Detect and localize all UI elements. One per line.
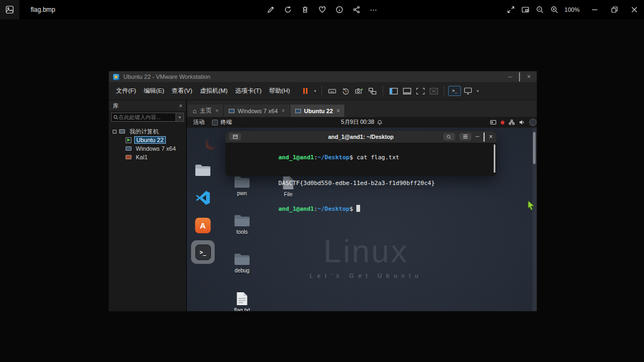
tab-windows-7[interactable]: Windows 7 x64 × [224, 105, 290, 117]
panel-bottom-icon [402, 87, 412, 95]
tree-expander-icon[interactable] [113, 130, 116, 134]
photos-app-icon[interactable] [0, 0, 19, 19]
edit-image-button[interactable] [264, 3, 277, 17]
restore-button[interactable] [604, 0, 624, 19]
vmware-window-title: Ubuntu 22 - VMware Workstation [123, 73, 210, 80]
console-scrollbar[interactable] [532, 128, 537, 311]
pencil-icon [266, 5, 275, 14]
close-button[interactable] [624, 0, 644, 19]
menu-help[interactable]: 帮助(H) [265, 85, 294, 97]
unity-mode-toggle[interactable] [427, 85, 440, 98]
fullscreen-mode-toggle[interactable] [414, 85, 427, 98]
snapshot-manager-button[interactable] [366, 85, 379, 98]
take-snapshot-button[interactable] [353, 85, 365, 98]
terminal-menu-button[interactable]: ≡ [459, 133, 471, 141]
tab-home[interactable]: ⌂ 主页 × [188, 105, 224, 117]
rotate-button[interactable] [281, 3, 295, 17]
chevron-down-icon: ▾ [314, 89, 317, 93]
vm-icon [126, 146, 131, 151]
tree-node-my-computer[interactable]: 我的计算机 [113, 127, 186, 136]
minimize-icon [590, 5, 599, 14]
dock-files[interactable] [195, 164, 211, 177]
minimize-icon: ─ [475, 134, 479, 139]
vmware-close-button[interactable]: × [527, 73, 531, 80]
clock-menu[interactable]: 5月9日 00:38 [341, 119, 383, 126]
favorite-button[interactable] [316, 3, 329, 17]
vscode-icon [195, 190, 211, 206]
tab-ubuntu-22[interactable]: Ubuntu 22 × [290, 105, 346, 117]
terminal-output[interactable]: and_1@and1:~/Desktop$ cat flag.txt DASCT… [225, 143, 496, 222]
tree-node-kal1[interactable]: Kal1 [113, 153, 186, 161]
minimize-icon: ─ [508, 74, 512, 80]
text-file-icon [236, 292, 248, 306]
maximize-icon [484, 132, 485, 142]
terminal-titlebar[interactable]: and_1@and1: ~/Desktop ≡ ─ × [225, 131, 496, 143]
slideshow-button[interactable] [518, 3, 533, 17]
suspend-vm-button[interactable] [299, 85, 312, 98]
terminal-scrollbar[interactable] [494, 144, 495, 173]
send-ctrl-alt-del-button[interactable] [326, 85, 339, 98]
menu-file[interactable]: 文件(F) [112, 85, 140, 97]
terminal-minimize-button[interactable]: ─ [475, 134, 479, 139]
show-library-toggle[interactable] [387, 85, 400, 98]
share-button[interactable] [350, 3, 363, 17]
tree-node-ubuntu-22[interactable]: Ubuntu 22 [113, 136, 186, 144]
menu-tabs[interactable]: 选项卡(T) [231, 85, 265, 97]
terminal-title: and_1@and1: ~/Desktop [328, 134, 394, 140]
dock-vscode[interactable] [195, 190, 211, 206]
system-tray[interactable] [490, 119, 537, 126]
dock-ubuntu-software[interactable]: A [195, 218, 211, 233]
search-dropdown-button[interactable]: ▾ [175, 113, 184, 121]
menu-view[interactable]: 查看(V) [168, 85, 196, 97]
dock-terminal[interactable]: >_ [191, 240, 215, 264]
vmware-minimize-button[interactable]: ─ [508, 74, 512, 80]
power-dropdown[interactable]: ▾ [312, 89, 318, 93]
activities-button[interactable]: 活动 [193, 119, 204, 126]
terminal-maximize-button[interactable] [484, 133, 485, 141]
home-icon: ⌂ [193, 107, 196, 115]
close-icon [630, 5, 639, 14]
tab-close-icon[interactable]: × [215, 108, 218, 114]
fullscreen-icon [507, 5, 515, 14]
terminal-search-button[interactable] [443, 133, 455, 141]
ubuntu-desktop[interactable]: 活动 终端 5月9日 00:38 [187, 117, 537, 311]
enter-fullscreen-button[interactable] [462, 85, 474, 98]
zoom-out-button[interactable] [533, 3, 547, 17]
focused-app-menu[interactable]: 终端 [212, 119, 232, 126]
info-button[interactable] [333, 3, 346, 17]
panel-left-icon [389, 87, 398, 95]
terminal-tab-button[interactable] [229, 133, 241, 141]
minimize-button[interactable] [584, 0, 604, 19]
zoom-in-icon [550, 5, 559, 14]
revert-snapshot-button[interactable] [339, 85, 352, 98]
vm-tab-icon [295, 109, 301, 113]
show-thumbnail-bar-toggle[interactable] [400, 85, 413, 98]
clock-revert-icon [341, 87, 350, 95]
library-search-input[interactable] [119, 114, 175, 120]
console-view-button[interactable]: >_ [448, 86, 461, 96]
tab-close-icon[interactable]: × [336, 108, 340, 114]
more-options-button[interactable]: ⋯ [367, 3, 380, 17]
menu-edit[interactable]: 编辑(E) [140, 85, 168, 97]
vmware-maximize-button[interactable] [519, 73, 520, 81]
tree-node-windows-7[interactable]: Windows 7 x64 [113, 144, 186, 153]
zoom-in-button[interactable] [547, 3, 562, 17]
desktop-icon-flag-txt[interactable]: flag.txt [225, 292, 259, 311]
library-search[interactable]: ▾ [111, 113, 184, 122]
desktop-icon-debug[interactable]: debug [225, 253, 259, 274]
scrollbar-thumb[interactable] [533, 132, 536, 164]
vm-name-label: Ubuntu 22 [134, 136, 166, 144]
photos-view-controls: 100% [504, 0, 644, 19]
fullscreen-button[interactable] [504, 3, 518, 17]
terminal-window[interactable]: and_1@and1: ~/Desktop ≡ ─ × [225, 131, 496, 176]
fullscreen-dropdown[interactable]: ▾ [475, 89, 480, 93]
delete-button[interactable] [298, 3, 312, 17]
terminal-line-flag-output: DASCTF{3d0bd550-edbe-11ed-b2a3-f1d90bff2… [229, 171, 493, 196]
menu-vm[interactable]: 虚拟机(M) [196, 85, 231, 97]
terminal-icon: >_ [195, 245, 211, 260]
library-close-button[interactable]: × [179, 102, 182, 109]
close-icon: × [527, 73, 531, 80]
photo-vmware-screenshot[interactable]: Ubuntu 22 - VMware Workstation ─ × 文件(F)… [109, 71, 537, 311]
tab-close-icon[interactable]: × [282, 108, 285, 114]
terminal-close-button[interactable]: × [489, 134, 493, 140]
